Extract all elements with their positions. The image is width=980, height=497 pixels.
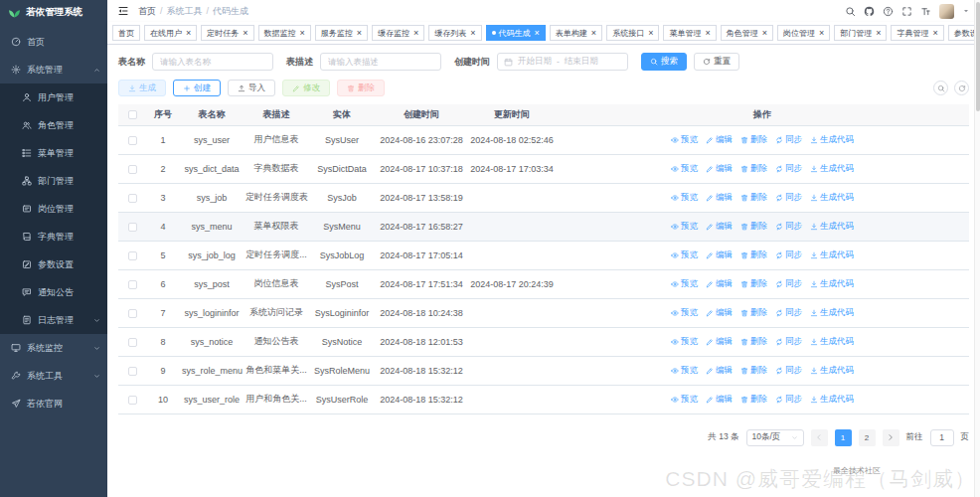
table-row[interactable]: 3sys_job定时任务调度表SysJob2024-08-17 13:58:19…	[118, 183, 969, 212]
sidebar-item[interactable]: 参数设置	[0, 250, 107, 278]
edit-link[interactable]: 编辑	[706, 307, 733, 319]
delete-link[interactable]: 删除	[740, 249, 767, 261]
close-icon[interactable]: ×	[591, 29, 596, 38]
sync-link[interactable]: 同步	[775, 394, 802, 406]
gen-code-link[interactable]: 生成代码	[810, 365, 854, 377]
row-checkbox[interactable]	[128, 338, 137, 347]
table-row[interactable]: 9sys_role_menu角色和菜单关...SysRoleMenu2024-0…	[118, 356, 969, 385]
edit-link[interactable]: 编辑	[706, 192, 733, 204]
sync-link[interactable]: 同步	[775, 134, 802, 146]
sync-link[interactable]: 同步	[775, 278, 802, 290]
close-icon[interactable]: ×	[762, 29, 767, 38]
delete-link[interactable]: 删除	[740, 394, 767, 406]
close-icon[interactable]: ×	[932, 29, 937, 38]
table-row[interactable]: 7sys_logininfor系统访问记录SysLogininfor2024-0…	[118, 298, 969, 327]
table-name-input[interactable]	[152, 53, 273, 71]
refresh-table-button[interactable]	[954, 81, 969, 95]
preview-link[interactable]: 预览	[671, 278, 698, 290]
gen-code-link[interactable]: 生成代码	[810, 394, 854, 406]
close-icon[interactable]: ×	[876, 29, 881, 38]
table-row[interactable]: 6sys_post岗位信息表SysPost2024-08-17 17:51:34…	[118, 269, 969, 298]
preview-link[interactable]: 预览	[671, 394, 698, 406]
sidebar-item[interactable]: 通知公告	[0, 278, 107, 306]
reset-button[interactable]: 重置	[694, 53, 739, 71]
tab-item[interactable]: 系统接口×	[606, 25, 659, 41]
sidebar-item[interactable]: 系统管理	[0, 56, 107, 83]
tab-item[interactable]: 菜单管理×	[663, 25, 716, 41]
gen-code-link[interactable]: 生成代码	[810, 192, 854, 204]
tab-item[interactable]: 首页	[112, 25, 140, 41]
table-row[interactable]: 8sys_notice通知公告表SysNotice2024-08-18 12:0…	[118, 327, 969, 356]
close-icon[interactable]: ×	[186, 29, 191, 38]
row-checkbox[interactable]	[128, 396, 137, 405]
delete-link[interactable]: 删除	[740, 307, 767, 319]
delete-link[interactable]: 删除	[740, 336, 767, 348]
close-icon[interactable]: ×	[648, 29, 653, 38]
modify-button[interactable]: 修改	[282, 80, 330, 96]
sidebar-item[interactable]: 若依官网	[0, 390, 107, 417]
close-icon[interactable]: ×	[705, 29, 710, 38]
row-checkbox[interactable]	[128, 165, 137, 174]
fullscreen-icon[interactable]	[901, 6, 912, 17]
delete-link[interactable]: 删除	[740, 192, 767, 204]
sidebar-item[interactable]: 角色管理	[0, 111, 107, 139]
delete-link[interactable]: 删除	[740, 365, 767, 377]
gen-code-link[interactable]: 生成代码	[810, 134, 854, 146]
user-avatar[interactable]	[939, 4, 954, 19]
preview-link[interactable]: 预览	[671, 307, 698, 319]
table-row[interactable]: 5sys_job_log定时任务调度...SysJobLog2024-08-17…	[118, 241, 969, 269]
tab-item[interactable]: 定时任务×	[201, 25, 253, 41]
close-icon[interactable]: ×	[243, 29, 247, 38]
sync-link[interactable]: 同步	[775, 221, 802, 233]
tab-item[interactable]: 岗位管理×	[777, 25, 830, 41]
close-icon[interactable]: ×	[300, 29, 305, 38]
preview-link[interactable]: 预览	[671, 163, 698, 175]
gen-code-link[interactable]: 生成代码	[810, 307, 854, 319]
table-row[interactable]: 1sys_user用户信息表SysUser2024-08-16 23:07:28…	[118, 125, 969, 154]
preview-link[interactable]: 预览	[671, 192, 698, 204]
sync-link[interactable]: 同步	[775, 336, 802, 348]
page-size-select[interactable]: 10条/页	[746, 429, 804, 446]
row-checkbox[interactable]	[128, 280, 137, 289]
table-row[interactable]: 2sys_dict_data字典数据表SysDictData2024-08-17…	[118, 154, 969, 183]
sync-link[interactable]: 同步	[775, 365, 802, 377]
close-icon[interactable]: ×	[819, 29, 824, 38]
prev-page-button[interactable]	[811, 429, 828, 446]
next-page-button[interactable]	[883, 429, 899, 446]
close-icon[interactable]: ×	[535, 29, 540, 38]
scrollbar-thumb[interactable]	[976, 2, 980, 111]
gen-code-link[interactable]: 生成代码	[810, 221, 854, 233]
edit-link[interactable]: 编辑	[706, 394, 733, 406]
delete-link[interactable]: 删除	[740, 163, 767, 175]
tab-item[interactable]: 缓存监控×	[372, 25, 424, 41]
preview-link[interactable]: 预览	[671, 134, 698, 146]
tab-item[interactable]: 在线用户×	[144, 25, 197, 41]
table-row[interactable]: 10sys_user_role用户和角色关...SysUserRole2024-…	[118, 385, 969, 414]
row-checkbox[interactable]	[128, 194, 137, 203]
page-number-button[interactable]: 1	[835, 429, 852, 446]
search-button[interactable]: 搜索	[641, 53, 687, 71]
edit-link[interactable]: 编辑	[706, 134, 733, 146]
edit-link[interactable]: 编辑	[706, 221, 733, 233]
close-icon[interactable]: ×	[357, 29, 362, 38]
delete-link[interactable]: 删除	[740, 278, 767, 290]
create-button[interactable]: 创建	[173, 80, 221, 96]
font-size-icon[interactable]	[920, 6, 931, 17]
sidebar-item[interactable]: 字典管理	[0, 223, 107, 250]
sidebar-item[interactable]: 日志管理	[0, 306, 107, 334]
caret-down-icon[interactable]	[962, 7, 970, 15]
sidebar-item[interactable]: 系统监控	[0, 334, 107, 362]
delete-link[interactable]: 删除	[740, 134, 767, 146]
hamburger-icon[interactable]	[117, 5, 129, 17]
row-checkbox[interactable]	[128, 251, 137, 260]
preview-link[interactable]: 预览	[671, 365, 698, 377]
sidebar-item[interactable]: 首页	[0, 28, 107, 56]
table-desc-input[interactable]	[320, 53, 441, 71]
row-checkbox[interactable]	[128, 223, 137, 232]
tab-item[interactable]: 角色管理×	[721, 25, 773, 41]
preview-link[interactable]: 预览	[671, 336, 698, 348]
row-checkbox[interactable]	[128, 136, 137, 145]
search-icon[interactable]	[845, 6, 856, 17]
gen-code-link[interactable]: 生成代码	[810, 249, 854, 261]
tab-item[interactable]: 部门管理×	[834, 25, 887, 41]
